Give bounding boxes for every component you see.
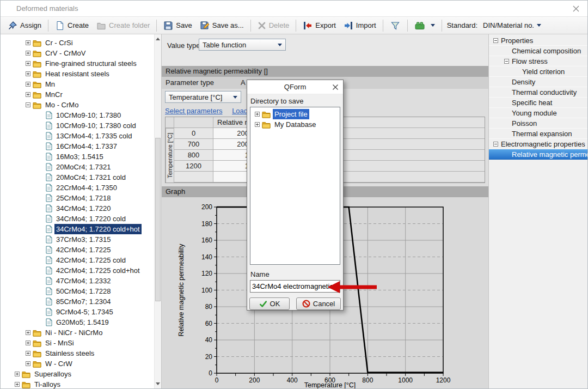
tree-item-folder[interactable]: Heat resistant steels [1, 69, 161, 79]
delete-button[interactable]: Delete [254, 20, 293, 32]
tree-item-material[interactable]: 42CrMo4; 1.7225 cold [1, 255, 161, 265]
scroll-up-button[interactable] [155, 35, 161, 43]
tree-item-folder[interactable]: Fine-grained structural steels [1, 58, 161, 69]
tree-item-folder[interactable]: Stainless steels [1, 348, 161, 358]
tree-item-folder[interactable]: Ti-alloys [1, 379, 161, 388]
expander-plus-icon[interactable] [26, 361, 30, 366]
table-cell-temperature[interactable]: 1200 [174, 161, 213, 172]
window-close-button[interactable] [572, 5, 580, 13]
tree-item-folder[interactable]: MnCr [1, 89, 161, 100]
tree-item-folder[interactable]: W - CrW [1, 358, 161, 369]
tree-item-folder[interactable]: Mn [1, 79, 161, 89]
tree-item-material[interactable]: 42CrMo4; 1.7225 cold+hot [1, 265, 161, 276]
tree-item-material[interactable]: 37CrMo3; 1.7315 [1, 234, 161, 245]
expander-plus-icon[interactable] [26, 92, 30, 97]
tree-item-material[interactable]: 10CrMo9-10; 1.7380 cold [1, 120, 161, 131]
create-button[interactable]: Create [51, 19, 93, 32]
property-item[interactable]: Flow stress [489, 56, 587, 66]
property-item[interactable]: Young module [489, 108, 587, 118]
expander-plus-icon[interactable] [26, 351, 30, 356]
cancel-button[interactable]: Cancel [296, 297, 341, 310]
value-type-dropdown[interactable]: Table function [199, 39, 286, 51]
tree-item-folder[interactable]: CrV - CrMoV [1, 48, 161, 58]
property-item[interactable]: Specific heat [489, 98, 587, 108]
svg-text:160: 160 [201, 236, 212, 244]
property-item[interactable]: Poisson [489, 118, 587, 129]
tree-item-folder[interactable]: Cr - CrSi [1, 38, 161, 48]
tree-item-material[interactable]: 10CrMo9-10; 1.7380 [1, 110, 161, 120]
tree-item-folder[interactable]: Si - MnSi [1, 338, 161, 348]
tree-item-material[interactable]: 34CrMo4; 1.7220 [1, 203, 161, 214]
standard-value: DIN/Material no. [483, 21, 534, 29]
expander-plus-icon[interactable] [15, 382, 20, 387]
tree-item-material[interactable]: 47CrMo4; 1.2332 [1, 276, 161, 286]
property-item[interactable]: Density [489, 77, 587, 87]
create-folder-button[interactable]: Create folder [93, 19, 154, 32]
tree-item-material[interactable]: 9CrMo4-5; 1.7345 [1, 307, 161, 317]
property-item[interactable]: Chemical composition [489, 46, 587, 56]
tree-item-material[interactable]: 20MoCr4; 1.7321 cold [1, 172, 161, 183]
table-cell-temperature[interactable]: 800 [174, 150, 213, 161]
assign-button[interactable]: Assign [4, 19, 45, 32]
tree-item-folder[interactable]: Superalloys [1, 369, 161, 379]
expander-plus-icon[interactable] [255, 112, 260, 117]
expander-minus-icon[interactable] [493, 142, 498, 147]
standard-dropdown[interactable]: DIN/Material no. [483, 21, 541, 29]
expander-minus-icon[interactable] [504, 59, 509, 64]
tree-item-material[interactable]: 34CrMo4; 1.7220 cold [1, 214, 161, 224]
import-button[interactable]: Import [340, 19, 380, 32]
parameter-dropdown[interactable]: Temperature [°C] [165, 91, 241, 103]
tree-item-material[interactable]: 42CrMo4; 1.7225 [1, 245, 161, 255]
save-as-button[interactable]: Save as... [196, 19, 248, 32]
tree-item-material[interactable]: 50CrMo4; 1.7228 [1, 286, 161, 296]
expander-plus-icon[interactable] [15, 372, 20, 376]
select-parameters-link[interactable]: Select parameters [165, 107, 223, 115]
table-cell-temperature[interactable]: 0 [174, 128, 213, 139]
expander-plus-icon[interactable] [26, 71, 30, 76]
scroll-down-button[interactable] [155, 380, 161, 388]
table-corner-cell [166, 117, 174, 128]
dialog-close-button[interactable] [332, 84, 339, 90]
expander-plus-icon[interactable] [26, 82, 30, 87]
scrollbar-thumb[interactable] [155, 138, 161, 301]
database-button[interactable] [411, 19, 439, 32]
tree-item-material[interactable]: 16CrMo4-4; 1.7337 [1, 141, 161, 151]
ok-button[interactable]: OK [249, 297, 290, 310]
tree-item-material[interactable]: 16Mo3; 1.5415 [1, 151, 161, 162]
directory-tree-item[interactable]: Project file [250, 109, 340, 119]
tree-item-material[interactable]: 22CrMo4-4; 1.7350 [1, 183, 161, 193]
property-item[interactable]: Relative magnetic permeability [489, 149, 587, 160]
tree-item-folder[interactable]: Mo - CrMo [1, 100, 161, 110]
expander-minus-icon[interactable] [493, 38, 498, 43]
tree-item-folder[interactable]: Ni - NiCr - NiCrMo [1, 327, 161, 338]
directory-tree-item[interactable]: My Database [250, 119, 340, 130]
property-item[interactable]: Properties [489, 35, 587, 46]
expander-plus-icon[interactable] [255, 122, 260, 127]
tree-item-material[interactable]: 34CrMo4; 1.7220 cold+hot [1, 224, 161, 234]
save-button[interactable]: Save [160, 19, 196, 32]
tree-item-label: Heat resistant steels [44, 69, 111, 79]
tree-scrollbar[interactable] [154, 34, 161, 388]
expander-plus-icon[interactable] [26, 330, 30, 335]
tree-item-label: MnCr [44, 89, 64, 100]
tree-item-material[interactable]: 25CrMo4; 1.7218 [1, 193, 161, 203]
export-button[interactable]: Export [299, 19, 340, 32]
svg-text:1000: 1000 [398, 376, 413, 384]
table-cell-temperature[interactable] [174, 172, 213, 183]
property-item[interactable]: Yield criterion [489, 66, 587, 77]
table-cell-temperature[interactable]: 700 [174, 139, 213, 150]
tree-item-material[interactable]: 20MoCr4; 1.7321 [1, 162, 161, 172]
property-item[interactable]: Thermal conductivity [489, 87, 587, 98]
filter-button[interactable] [386, 19, 405, 33]
expander-plus-icon[interactable] [26, 51, 30, 56]
expander-plus-icon[interactable] [26, 40, 30, 45]
expander-plus-icon[interactable] [26, 61, 30, 66]
expander-minus-icon[interactable] [26, 102, 30, 107]
tree-item-material[interactable]: 85CrMo7; 1.2304 [1, 296, 161, 307]
property-item[interactable]: Thermal expansion [489, 129, 587, 139]
tree-item-material[interactable]: G20Mo5; 1.5419 [1, 317, 161, 327]
name-input[interactable] [250, 280, 340, 293]
tree-item-material[interactable]: 13CrMo4-4; 1.7335 cold [1, 131, 161, 141]
expander-plus-icon[interactable] [26, 341, 30, 345]
property-item[interactable]: Electromagnetic properties [489, 139, 587, 149]
